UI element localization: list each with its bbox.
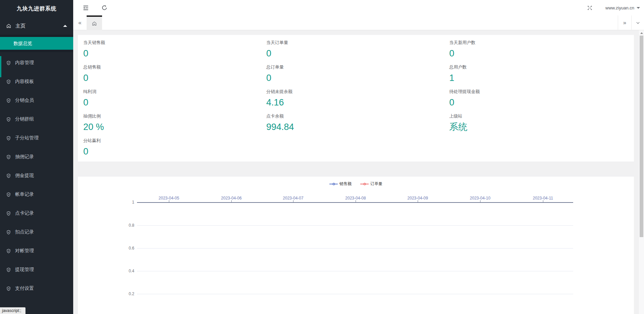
- refresh-button[interactable]: [97, 0, 112, 15]
- stat-label: 分站赢利: [83, 138, 266, 143]
- shield-check-icon: [6, 117, 11, 122]
- tabs-menu-button[interactable]: [631, 15, 644, 30]
- y-axis-tick-label: 0.4: [118, 268, 134, 274]
- legend-item-orders[interactable]: 订单量: [360, 181, 382, 187]
- stat-today-new-users: 当天新用户数 0: [449, 38, 634, 63]
- chevron-down-icon: [636, 20, 640, 25]
- shield-check-icon: [6, 173, 11, 178]
- sidebar-item-label: 抽佣记录: [15, 154, 34, 160]
- stat-substation-profit: 分站赢利 0: [83, 136, 266, 161]
- chevron-up-icon: [63, 25, 67, 27]
- stat-value: 0: [83, 146, 266, 156]
- sidebar-item-bill-record[interactable]: 帐单记录: [0, 185, 73, 204]
- sidebar-item-commission-withdraw[interactable]: 佣金提现: [0, 166, 73, 185]
- y-axis-tick-label: 1: [118, 199, 134, 205]
- sidebar-submenu: 数据总览: [0, 35, 73, 52]
- site-domain-dropdown[interactable]: www.ziyuan.cn: [605, 0, 640, 15]
- sidebar-item-distribution-group[interactable]: 分销群组: [0, 110, 73, 129]
- sidebar-item-deduction-record[interactable]: 扣点记录: [0, 223, 73, 241]
- gridline: [137, 225, 573, 226]
- stat-label: 当天销售额: [83, 40, 266, 45]
- stat-label: 点卡余额: [266, 114, 449, 119]
- stats-overview-card: 当天销售额 0 当天订单量 0 当天新用户数 0 总销售额 0 总订单量 0 总…: [78, 35, 634, 162]
- tabs-scroll-right-button[interactable]: »: [618, 15, 631, 30]
- chart-legend: 销售额 订单量: [78, 181, 634, 187]
- sidebar-item-commission-record[interactable]: 抽佣记录: [0, 147, 73, 166]
- stat-label: 当天新用户数: [449, 40, 634, 45]
- sidebar-item-label: 点卡记录: [15, 210, 34, 216]
- shield-check-icon: [6, 249, 11, 254]
- shield-check-icon: [6, 98, 11, 103]
- stat-label: 总销售额: [83, 64, 266, 70]
- stat-label: 总用户数: [449, 64, 634, 70]
- sidebar-item-label: 分销群组: [15, 116, 34, 122]
- stat-value: 系统: [449, 122, 634, 132]
- legend-item-sales[interactable]: 销售额: [329, 181, 352, 187]
- scrollbar-thumb[interactable]: [640, 36, 643, 237]
- stat-value: 0: [83, 48, 266, 58]
- sidebar-item-label: 支付设置: [15, 285, 34, 291]
- stat-empty-cell: [266, 136, 449, 161]
- sidebar-item-home[interactable]: 主页: [0, 17, 73, 35]
- stat-empty-cell: [449, 136, 634, 161]
- fullscreen-expand-icon: [587, 5, 593, 11]
- stat-net-profit: 纯利润 0: [83, 87, 266, 112]
- shield-check-icon: [6, 211, 11, 216]
- stat-point-card-balance: 点卡余额 994.84: [266, 112, 449, 136]
- sidebar-item-point-card-record[interactable]: 点卡记录: [0, 204, 73, 223]
- shield-check-icon: [6, 286, 11, 291]
- stat-value: 4.16: [266, 97, 449, 107]
- tabs-scroll-left-button[interactable]: «: [73, 15, 87, 30]
- top-header: www.ziyuan.cn: [73, 0, 644, 15]
- stat-parent-station: 上级站 系统: [449, 112, 634, 136]
- stat-value: 0: [449, 97, 634, 107]
- sales-orders-chart-card: 销售额 订单量 1 0.8 0.6 0.4 0.2 2023-04-05 202…: [78, 177, 634, 314]
- sidebar-item-content-template[interactable]: 内容模板: [0, 72, 73, 91]
- sidebar-item-substation-manage[interactable]: 子分站管理: [0, 129, 73, 147]
- sidebar-item-withdraw-manage[interactable]: 提现管理: [0, 260, 73, 279]
- stat-value: 1: [449, 73, 634, 83]
- line-circle-marker-icon: [360, 182, 369, 186]
- stat-total-orders: 总订单量 0: [266, 63, 449, 87]
- sidebar-item-label: 分销会员: [15, 97, 34, 103]
- sidebar-item-label: 提现管理: [15, 267, 34, 273]
- stat-value: 0: [449, 48, 634, 58]
- sidebar-item-data-overview[interactable]: 数据总览: [0, 37, 73, 50]
- shield-check-icon: [6, 154, 11, 160]
- y-axis-tick-label: 0.8: [118, 223, 134, 228]
- sidebar-item-label: 帐单记录: [15, 191, 34, 197]
- gridline: [137, 294, 573, 294]
- scrollbar-up-arrow-icon[interactable]: [640, 32, 643, 34]
- stat-value: 0: [83, 73, 266, 83]
- site-domain-label: www.ziyuan.cn: [605, 5, 634, 10]
- tab-home[interactable]: [87, 15, 102, 30]
- sidebar-item-label: 佣金提现: [15, 173, 34, 179]
- legend-label: 销售额: [339, 181, 352, 187]
- fold-menu-icon: [82, 4, 89, 11]
- sidebar-item-label: 内容模板: [15, 79, 34, 85]
- line-circle-marker-icon: [329, 182, 338, 186]
- gridline: [137, 248, 573, 249]
- stat-label: 总订单量: [266, 64, 449, 70]
- sidebar-item-payment-settings[interactable]: 支付设置: [0, 279, 73, 298]
- stat-value: 0: [266, 48, 449, 58]
- sidebar-scrollbar-thumb[interactable]: [0, 56, 1, 77]
- sidebar-item-content-manage[interactable]: 内容管理: [0, 53, 73, 72]
- stat-value: 0: [266, 73, 449, 83]
- sidebar-item-reconciliation-manage[interactable]: 对帐管理: [0, 241, 73, 260]
- stat-value: 20 %: [83, 122, 266, 132]
- stat-value: 994.84: [266, 122, 449, 132]
- sidebar-item-distribution-member[interactable]: 分销会员: [0, 91, 73, 110]
- house-icon: [92, 21, 97, 26]
- gridline: [137, 271, 573, 271]
- page-scrollbar[interactable]: [639, 30, 644, 314]
- home-icon: [6, 23, 11, 29]
- app-root: 九块九进群系统 主页 数据总览 内容管理 内容模板: [0, 0, 644, 314]
- fullscreen-button[interactable]: [582, 0, 597, 15]
- stats-grid: 当天销售额 0 当天订单量 0 当天新用户数 0 总销售额 0 总订单量 0 总…: [78, 35, 634, 161]
- stat-label: 纯利润: [83, 89, 266, 94]
- sidebar-toggle-button[interactable]: [78, 0, 93, 15]
- stat-total-sales: 总销售额 0: [83, 63, 266, 87]
- stat-unwithdrawn-balance: 分销未提余额 4.16: [266, 87, 449, 112]
- y-axis-tick-label: 0.2: [118, 291, 134, 297]
